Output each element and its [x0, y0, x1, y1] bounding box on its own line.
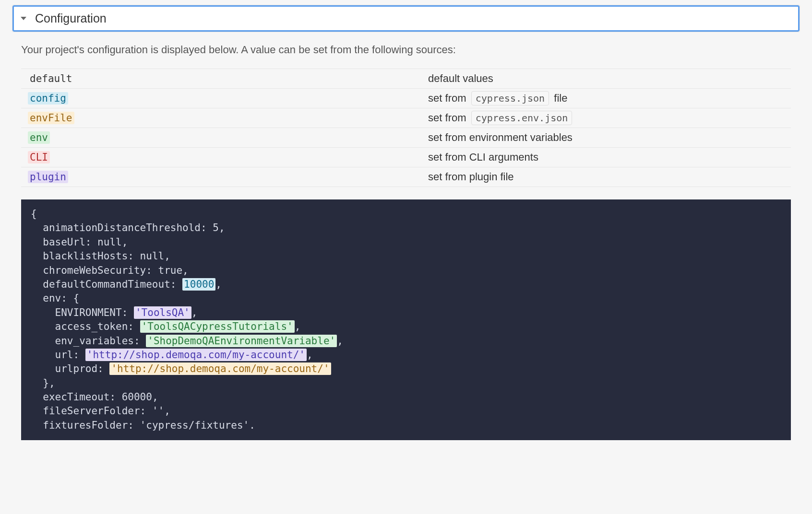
panel-header[interactable]: Configuration: [12, 5, 800, 32]
chevron-down-icon: [21, 17, 26, 20]
code-line: {: [31, 208, 37, 220]
code-val-highlight: 'http://shop.demoqa.com/my-account/': [85, 349, 307, 361]
description: Your project's configuration is displaye…: [21, 44, 791, 56]
code-val-highlight: 'ToolsQACypressTutorials': [140, 320, 295, 333]
legend-table: defaultdefault valuesconfigset from cypr…: [21, 69, 791, 187]
code-val: 60000: [122, 391, 152, 403]
table-row: CLIset from CLI arguments: [21, 148, 791, 167]
code-key: execTimeout: [43, 391, 109, 403]
legend-key-cell: env: [21, 128, 421, 148]
table-row: configset from cypress.json file: [21, 89, 791, 108]
legend-desc-cell: set from cypress.env.json: [421, 108, 791, 128]
code-val: null: [140, 250, 165, 262]
table-row: defaultdefault values: [21, 69, 791, 89]
table-row: envset from environment variables: [21, 128, 791, 148]
code-brace: {: [73, 292, 80, 304]
inline-code: cypress.env.json: [471, 111, 573, 125]
configuration-panel: Configuration: [12, 5, 800, 32]
legend-desc-text: set from: [428, 112, 469, 124]
legend-badge: envFile: [28, 112, 74, 124]
code-val-highlight: 10000: [182, 278, 215, 291]
code-key: defaultCommandTimeout: [43, 279, 170, 290]
legend-key-cell: plugin: [21, 167, 421, 187]
code-key: env_variables: [55, 335, 134, 347]
code-val: '': [152, 405, 164, 417]
code-key: env: [43, 292, 61, 304]
panel-content: Your project's configuration is displaye…: [0, 32, 812, 440]
legend-desc-cell: set from plugin file: [421, 167, 791, 187]
code-key: blacklistHosts: [43, 250, 128, 262]
code-key: baseUrl: [43, 236, 85, 248]
legend-desc-text: default values: [428, 72, 493, 84]
legend-key-cell: CLI: [21, 148, 421, 167]
code-val-highlight: 'ShopDemoQAEnvironmentVariable': [146, 335, 337, 347]
legend-desc-text: set from CLI arguments: [428, 151, 538, 163]
code-val: 5: [213, 222, 219, 234]
legend-badge: env: [28, 131, 50, 144]
code-val-highlight: 'ToolsQA': [134, 306, 191, 319]
legend-desc-cell: set from CLI arguments: [421, 148, 791, 167]
table-row: envFileset from cypress.env.json: [21, 108, 791, 128]
legend-key-cell: default: [21, 69, 421, 89]
code-brace: },: [43, 377, 55, 389]
panel-title: Configuration: [35, 12, 107, 25]
code-key: ENVIRONMENT: [55, 307, 122, 318]
legend-desc-cell: set from cypress.json file: [421, 89, 791, 108]
legend-desc-cell: set from environment variables: [421, 128, 791, 148]
legend-desc-text: set from plugin file: [428, 171, 514, 183]
legend-badge: plugin: [28, 171, 68, 183]
legend-desc-text: set from environment variables: [428, 131, 573, 143]
code-val: 'cypress/fixtures': [140, 420, 250, 431]
legend-key-cell: config: [21, 89, 421, 108]
code-val: true: [158, 265, 183, 276]
legend-desc-text: file: [551, 92, 567, 104]
legend-desc-text: set from: [428, 92, 469, 104]
legend-badge: default: [28, 72, 74, 85]
code-key: animationDistanceThreshold: [43, 222, 201, 234]
legend-badge: CLI: [28, 151, 50, 164]
config-code-block: { animationDistanceThreshold: 5, baseUrl…: [21, 199, 791, 440]
legend-badge: config: [28, 92, 68, 105]
code-key: url: [55, 349, 73, 361]
code-key: fixturesFolder: [43, 420, 128, 431]
code-val: null: [97, 236, 122, 248]
code-key: access_token: [55, 321, 128, 332]
legend-desc-cell: default values: [421, 69, 791, 89]
code-key: fileServerFolder: [43, 405, 140, 417]
table-row: pluginset from plugin file: [21, 167, 791, 187]
inline-code: cypress.json: [471, 91, 549, 105]
code-key: urlprod: [55, 363, 98, 374]
code-val-highlight: 'http://shop.demoqa.com/my-account/': [109, 362, 331, 375]
legend-key-cell: envFile: [21, 108, 421, 128]
code-key: chromeWebSecurity: [43, 265, 146, 276]
